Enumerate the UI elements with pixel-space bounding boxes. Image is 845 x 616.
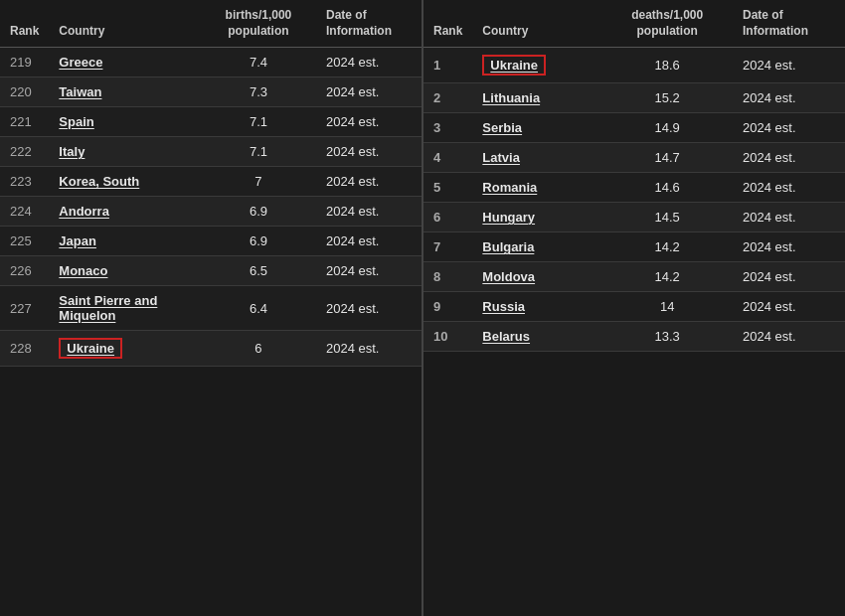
country-cell: Saint Pierre and Miquelon bbox=[49, 286, 201, 331]
deaths-value-cell: 14.2 bbox=[601, 262, 733, 292]
table-row: 9Russia142024 est. bbox=[423, 292, 845, 322]
deaths-value-cell: 14.5 bbox=[601, 203, 733, 232]
births-value-cell: 7 bbox=[201, 167, 316, 197]
date-cell: 2024 est. bbox=[316, 48, 422, 77]
date-cell: 2024 est. bbox=[316, 286, 422, 331]
country-link[interactable]: Romania bbox=[482, 180, 537, 195]
births-value-cell: 7.3 bbox=[201, 77, 316, 107]
births-value-cell: 7.1 bbox=[201, 107, 316, 137]
country-link[interactable]: Latvia bbox=[482, 150, 520, 165]
country-cell: Greece bbox=[49, 48, 201, 77]
country-link[interactable]: Lithuania bbox=[482, 90, 540, 105]
country-link[interactable]: Serbia bbox=[482, 120, 522, 135]
deaths-value-cell: 14.6 bbox=[601, 173, 733, 203]
country-link[interactable]: Spain bbox=[59, 114, 93, 129]
date-cell: 2024 est. bbox=[733, 83, 845, 113]
date-cell: 2024 est. bbox=[316, 137, 422, 167]
country-link[interactable]: Hungary bbox=[482, 210, 535, 225]
country-link[interactable]: Greece bbox=[59, 55, 102, 70]
deaths-value-cell: 14.2 bbox=[601, 232, 733, 262]
date-cell: 2024 est. bbox=[733, 113, 845, 143]
table-row: 224Andorra6.92024 est. bbox=[0, 197, 422, 227]
deaths-value-cell: 15.2 bbox=[601, 83, 733, 113]
table-row: 228Ukraine62024 est. bbox=[0, 331, 422, 367]
table-row: 226Monaco6.52024 est. bbox=[0, 256, 422, 286]
country-cell: Andorra bbox=[49, 197, 201, 227]
country-cell: Serbia bbox=[472, 113, 601, 143]
rank-cell: 1 bbox=[423, 48, 472, 83]
deaths-value-cell: 14.9 bbox=[601, 113, 733, 143]
country-link[interactable]: Japan bbox=[59, 233, 96, 248]
date-cell: 2024 est. bbox=[316, 197, 422, 227]
date-cell: 2024 est. bbox=[733, 262, 845, 292]
country-cell: Romania bbox=[472, 173, 601, 203]
country-link[interactable]: Bulgaria bbox=[482, 239, 534, 254]
date-cell: 2024 est. bbox=[316, 256, 422, 286]
births-value-cell: 6.4 bbox=[201, 286, 316, 331]
table-row: 222Italy7.12024 est. bbox=[0, 137, 422, 167]
deaths-table-section: Rank Country deaths/1,000 population Dat… bbox=[423, 0, 845, 616]
country-link[interactable]: Saint Pierre and Miquelon bbox=[59, 293, 157, 323]
table-row: 6Hungary14.52024 est. bbox=[423, 203, 845, 232]
rank-cell: 7 bbox=[423, 232, 472, 262]
date-cell: 2024 est. bbox=[733, 232, 845, 262]
rank-cell: 228 bbox=[0, 331, 49, 367]
table-row: 4Latvia14.72024 est. bbox=[423, 143, 845, 173]
births-rank-header: Rank bbox=[0, 0, 49, 48]
rank-cell: 5 bbox=[423, 173, 472, 203]
country-cell: Lithuania bbox=[472, 83, 601, 113]
deaths-value-cell: 18.6 bbox=[601, 48, 733, 83]
table-row: 10Belarus13.32024 est. bbox=[423, 322, 845, 352]
births-value-header: births/1,000 population bbox=[201, 0, 316, 48]
table-row: 5Romania14.62024 est. bbox=[423, 173, 845, 203]
country-cell[interactable]: Ukraine bbox=[472, 48, 601, 83]
country-cell: Spain bbox=[49, 107, 201, 137]
table-row: 3Serbia14.92024 est. bbox=[423, 113, 845, 143]
births-country-header: Country bbox=[49, 0, 201, 48]
rank-cell: 224 bbox=[0, 197, 49, 227]
country-link[interactable]: Italy bbox=[59, 144, 84, 159]
country-cell[interactable]: Ukraine bbox=[49, 331, 201, 367]
births-value-cell: 7.4 bbox=[201, 48, 316, 77]
country-link[interactable]: Korea, South bbox=[59, 174, 139, 189]
country-link[interactable]: Andorra bbox=[59, 204, 109, 219]
deaths-value-cell: 13.3 bbox=[601, 322, 733, 352]
country-cell: Italy bbox=[49, 137, 201, 167]
date-cell: 2024 est. bbox=[733, 203, 845, 232]
deaths-value-cell: 14.7 bbox=[601, 143, 733, 173]
rank-cell: 226 bbox=[0, 256, 49, 286]
table-row: 221Spain7.12024 est. bbox=[0, 107, 422, 137]
births-table-section: Rank Country births/1,000 population Dat… bbox=[0, 0, 423, 616]
country-link[interactable]: Russia bbox=[482, 299, 525, 314]
rank-cell: 223 bbox=[0, 167, 49, 197]
country-link[interactable]: Monaco bbox=[59, 263, 107, 278]
deaths-date-header: Date of Information bbox=[733, 0, 845, 48]
births-value-cell: 6.5 bbox=[201, 256, 316, 286]
country-cell: Russia bbox=[472, 292, 601, 322]
date-cell: 2024 est. bbox=[733, 322, 845, 352]
date-cell: 2024 est. bbox=[316, 167, 422, 197]
births-value-cell: 6.9 bbox=[201, 227, 316, 256]
date-cell: 2024 est. bbox=[733, 48, 845, 83]
births-value-cell: 6 bbox=[201, 331, 316, 367]
country-link[interactable]: Taiwan bbox=[59, 84, 101, 99]
country-link[interactable]: Belarus bbox=[482, 329, 530, 344]
births-date-header: Date of Information bbox=[316, 0, 422, 48]
table-row: 227Saint Pierre and Miquelon6.42024 est. bbox=[0, 286, 422, 331]
country-cell: Hungary bbox=[472, 203, 601, 232]
rank-cell: 227 bbox=[0, 286, 49, 331]
date-cell: 2024 est. bbox=[316, 227, 422, 256]
country-cell: Latvia bbox=[472, 143, 601, 173]
country-cell: Korea, South bbox=[49, 167, 201, 197]
table-row: 220Taiwan7.32024 est. bbox=[0, 77, 422, 107]
deaths-table: Rank Country deaths/1,000 population Dat… bbox=[423, 0, 845, 352]
rank-cell: 220 bbox=[0, 77, 49, 107]
births-value-cell: 7.1 bbox=[201, 137, 316, 167]
rank-cell: 8 bbox=[423, 262, 472, 292]
births-value-cell: 6.9 bbox=[201, 197, 316, 227]
country-link[interactable]: Moldova bbox=[482, 269, 535, 284]
rank-cell: 6 bbox=[423, 203, 472, 232]
table-row: 7Bulgaria14.22024 est. bbox=[423, 232, 845, 262]
date-cell: 2024 est. bbox=[733, 173, 845, 203]
rank-cell: 10 bbox=[423, 322, 472, 352]
